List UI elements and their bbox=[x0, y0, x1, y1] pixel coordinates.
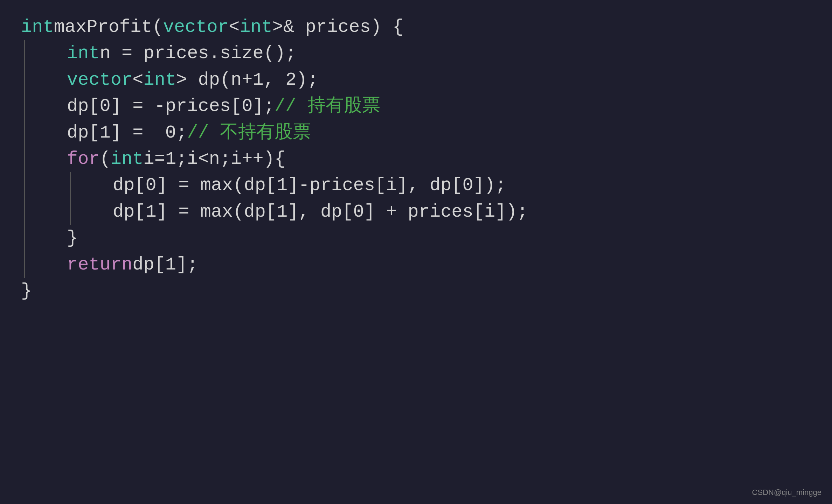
keyword-vector: vector bbox=[163, 14, 229, 40]
code-line-11: } bbox=[21, 278, 528, 304]
code-line-6: for ( int i=1;i<n;i++){ bbox=[25, 146, 528, 172]
code-line-3: vector < int > dp(n+1, 2); bbox=[25, 67, 528, 93]
code-line-1: int maxProfit( vector < int >& prices) { bbox=[21, 14, 528, 40]
code-line-4: dp[0] = -prices[0]; // 持有股票 bbox=[25, 93, 528, 119]
code-line-2: int n = prices.size(); bbox=[25, 40, 528, 66]
code-block: int maxProfit( vector < int >& prices) {… bbox=[18, 14, 528, 304]
keyword-int-template: int bbox=[240, 14, 272, 40]
code-line-7: dp[0] = max(dp[1]-prices[i], dp[0]); bbox=[71, 172, 528, 198]
keyword-int: int bbox=[21, 14, 54, 40]
code-line-5: dp[1] = 0; // 不持有股票 bbox=[25, 120, 528, 146]
code-line-9: } bbox=[25, 225, 528, 251]
code-line-8: dp[1] = max(dp[1], dp[0] + prices[i]); bbox=[71, 199, 528, 225]
watermark: CSDN@qiu_mingge bbox=[752, 488, 821, 497]
code-line-10: return dp[1]; bbox=[25, 252, 528, 278]
